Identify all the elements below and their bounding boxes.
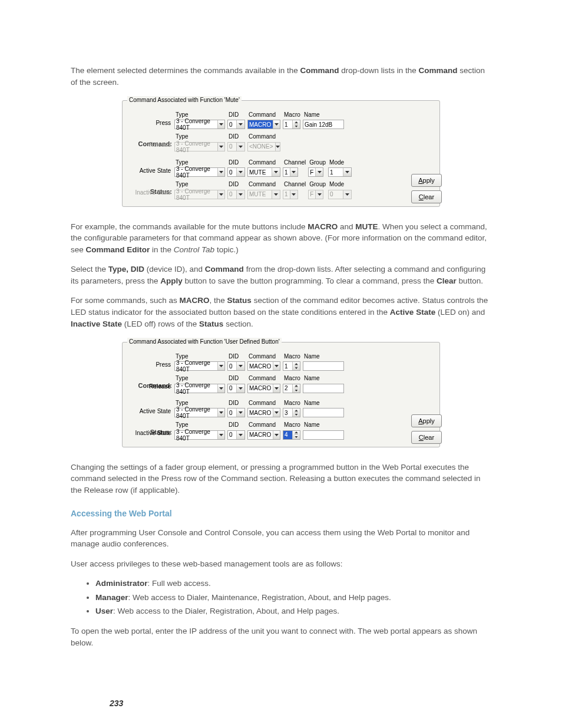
- list-item: User: Web access to the Dialer, Registra…: [95, 605, 491, 617]
- paragraph: User access privileges to these web-base…: [71, 558, 491, 570]
- col-header: Command: [247, 374, 283, 384]
- row-label: Press: [127, 361, 171, 370]
- chevron-down-icon: [217, 143, 224, 151]
- clear-button[interactable]: Clear: [411, 431, 442, 444]
- did-select[interactable]: 0: [227, 384, 245, 393]
- name-field[interactable]: [303, 430, 344, 440]
- privilege-list: Administrator: Full web access. Manager:…: [71, 578, 491, 617]
- col-header: Name: [303, 399, 346, 409]
- group-select[interactable]: F: [308, 167, 323, 177]
- col-header: Command: [247, 180, 283, 190]
- command-select[interactable]: MACRO: [247, 361, 280, 371]
- row-label: Inactive State: [127, 429, 171, 438]
- did-select[interactable]: 0: [227, 408, 245, 417]
- chevron-down-icon: [236, 120, 244, 129]
- command-select[interactable]: MACRO: [247, 430, 280, 440]
- name-field[interactable]: [303, 361, 344, 371]
- col-header: Mode: [328, 159, 354, 168]
- command-select[interactable]: MACRO: [247, 384, 280, 393]
- macro-spinner[interactable]: 1: [283, 120, 300, 129]
- chevron-down-icon: [217, 384, 224, 393]
- macro-spinner[interactable]: 1: [283, 361, 300, 371]
- macro-spinner[interactable]: 3: [283, 408, 300, 417]
- col-header: Macro: [283, 353, 303, 362]
- chevron-down-icon: [273, 409, 280, 417]
- type-select[interactable]: 3 - Converge 840T: [174, 384, 225, 393]
- chevron-down-icon: [217, 409, 224, 417]
- apply-button[interactable]: Apply: [411, 174, 442, 187]
- col-header: Name: [303, 374, 346, 384]
- col-header: Command: [247, 421, 283, 430]
- type-select[interactable]: 3 - Converge 840T: [174, 430, 225, 440]
- col-header: Name: [303, 353, 346, 362]
- type-select[interactable]: 3 - Converge 840T: [174, 120, 225, 129]
- command-select[interactable]: MACRO: [247, 120, 280, 129]
- col-header: DID: [227, 159, 247, 168]
- did-select[interactable]: 0: [227, 167, 245, 177]
- col-header: Group: [308, 180, 328, 190]
- type-select[interactable]: 3 - Converge 840T: [174, 167, 225, 177]
- chevron-down-icon: [217, 190, 224, 199]
- macro-spinner[interactable]: 4: [283, 430, 300, 440]
- chevron-down-icon: [343, 168, 351, 176]
- col-header: Macro: [283, 374, 303, 384]
- chevron-down-icon: [272, 168, 280, 176]
- col-header: Command: [247, 353, 283, 362]
- col-header: DID: [227, 180, 247, 190]
- chevron-down-icon: [236, 168, 244, 176]
- col-header: Macro: [283, 111, 303, 120]
- mode-select[interactable]: 1: [328, 167, 352, 177]
- type-select[interactable]: 3 - Converge 840T: [174, 408, 225, 417]
- col-header: Name: [303, 111, 346, 120]
- paragraph: After programming User Console and Contr…: [71, 527, 491, 550]
- chevron-down-icon: [290, 168, 297, 176]
- type-select[interactable]: 3 - Converge 840T: [174, 361, 225, 371]
- text: The element selected determines the comm…: [71, 66, 300, 75]
- apply-button[interactable]: Apply: [411, 414, 442, 427]
- chevron-down-icon: [295, 388, 298, 393]
- col-header: Macro: [283, 399, 303, 409]
- command-editor-mute: Command Associated with Function 'Mute' …: [71, 96, 491, 207]
- chevron-down-icon: [217, 120, 224, 129]
- name-field[interactable]: [303, 384, 344, 393]
- paragraph: For example, the commands available for …: [71, 221, 491, 256]
- fieldset-legend: Command Associated with Function 'User D…: [127, 338, 282, 347]
- did-select[interactable]: 0: [227, 361, 245, 371]
- channel-select[interactable]: 1: [283, 167, 298, 177]
- command-editor-userbutton: Command Associated with Function 'User D…: [71, 338, 491, 447]
- col-header: Group: [308, 159, 328, 168]
- name-field[interactable]: [303, 408, 344, 417]
- page-number: 233: [110, 697, 123, 709]
- chevron-down-icon: [236, 143, 244, 151]
- macro-spinner[interactable]: 2: [283, 384, 300, 393]
- did-select[interactable]: 0: [227, 120, 245, 129]
- list-item: Manager: Web access to Dialer, Maintenan…: [95, 592, 491, 604]
- chevron-down-icon: [273, 120, 280, 129]
- clear-button[interactable]: Clear: [411, 190, 442, 203]
- text: drop-down lists in the: [339, 66, 418, 75]
- document-page: The element selected determines the comm…: [0, 0, 562, 728]
- paragraph: To open the web portal, enter the IP add…: [71, 625, 491, 648]
- did-select[interactable]: 0: [227, 430, 245, 440]
- paragraph: Changing the settings of a fader group e…: [71, 462, 491, 496]
- did-select: 0: [227, 142, 245, 151]
- chevron-down-icon: [272, 190, 280, 199]
- group-select: F: [308, 190, 323, 199]
- command-select[interactable]: MUTE: [247, 167, 280, 177]
- command-select[interactable]: MACRO: [247, 408, 280, 417]
- row-label: Press: [127, 119, 171, 128]
- chevron-down-icon: [236, 409, 244, 417]
- name-field[interactable]: Gain 12dB: [303, 120, 344, 129]
- mode-select: 0: [328, 190, 352, 199]
- col-header: Command: [247, 159, 283, 168]
- col-header: Macro: [283, 421, 303, 430]
- col-header: DID: [227, 353, 247, 362]
- paragraph: Select the Type, DID (device ID), and Co…: [71, 263, 491, 286]
- row-label: Active State: [127, 407, 171, 416]
- chevron-down-icon: [236, 384, 244, 393]
- command-select: MUTE: [247, 190, 280, 199]
- chevron-down-icon: [236, 190, 244, 199]
- row-label: Active State: [127, 167, 171, 176]
- chevron-down-icon: [273, 362, 280, 370]
- chevron-down-icon: [295, 366, 298, 371]
